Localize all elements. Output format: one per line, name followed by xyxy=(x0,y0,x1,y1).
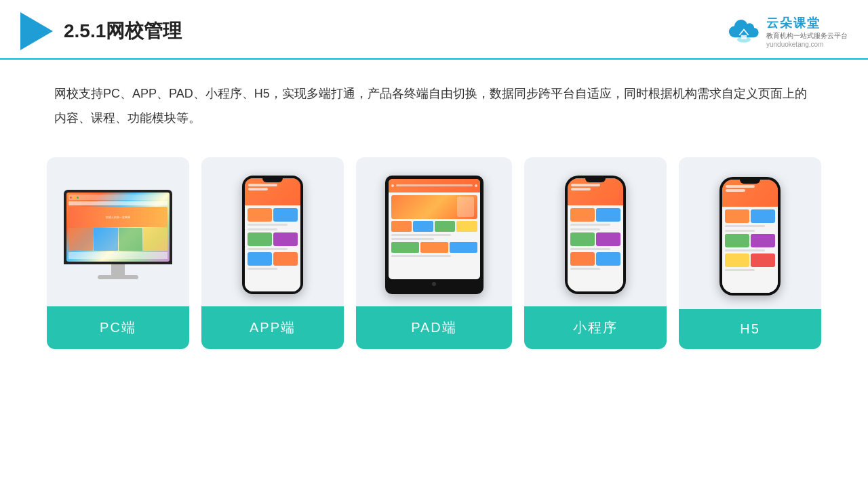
card-h5-image xyxy=(679,157,821,309)
page-header: 2.5.1网校管理 云朵课堂 教育机构一站式服务云平台 yunduoketang… xyxy=(0,0,868,60)
phone-miniprogram-icon xyxy=(565,176,626,294)
card-pad: PAD端 xyxy=(356,157,512,349)
card-h5: H5 xyxy=(679,157,821,349)
card-h5-label: H5 xyxy=(679,309,821,349)
card-app-image xyxy=(201,157,344,306)
phone-h5-icon xyxy=(719,177,781,296)
card-miniprogram-label: 小程序 xyxy=(524,306,667,349)
card-pad-label: PAD端 xyxy=(356,306,512,349)
cloud-icon xyxy=(727,19,761,43)
card-app: APP端 xyxy=(201,157,344,349)
brand-tagline: 教育机构一站式服务云平台 xyxy=(766,31,848,41)
card-pc-image: 职通人的第一堂网课 xyxy=(47,157,189,306)
card-pc-label: PC端 xyxy=(47,306,189,349)
brand-logo: 云朵课堂 教育机构一站式服务云平台 yunduoketang.com xyxy=(727,15,848,48)
header-left: 2.5.1网校管理 xyxy=(20,12,182,50)
card-miniprogram: 小程序 xyxy=(524,157,667,349)
device-cards-container: 职通人的第一堂网课 xyxy=(0,144,868,349)
tablet-pad-icon xyxy=(385,176,484,294)
brand-name: 云朵课堂 xyxy=(766,15,821,31)
brand-text: 云朵课堂 教育机构一站式服务云平台 yunduoketang.com xyxy=(766,15,848,48)
phone-app-icon xyxy=(242,176,303,294)
description-text: 网校支持PC、APP、PAD、小程序、H5，实现多端打通，产品各终端自由切换，数… xyxy=(0,60,868,144)
card-pc: 职通人的第一堂网课 xyxy=(47,157,189,349)
card-miniprogram-image xyxy=(524,157,667,306)
pc-monitor-icon: 职通人的第一堂网课 xyxy=(64,190,172,279)
card-app-label: APP端 xyxy=(201,306,344,349)
logo-triangle-icon xyxy=(20,12,53,50)
card-pad-image xyxy=(356,157,512,306)
brand-url: yunduoketang.com xyxy=(766,41,824,48)
page-title: 2.5.1网校管理 xyxy=(64,18,182,44)
